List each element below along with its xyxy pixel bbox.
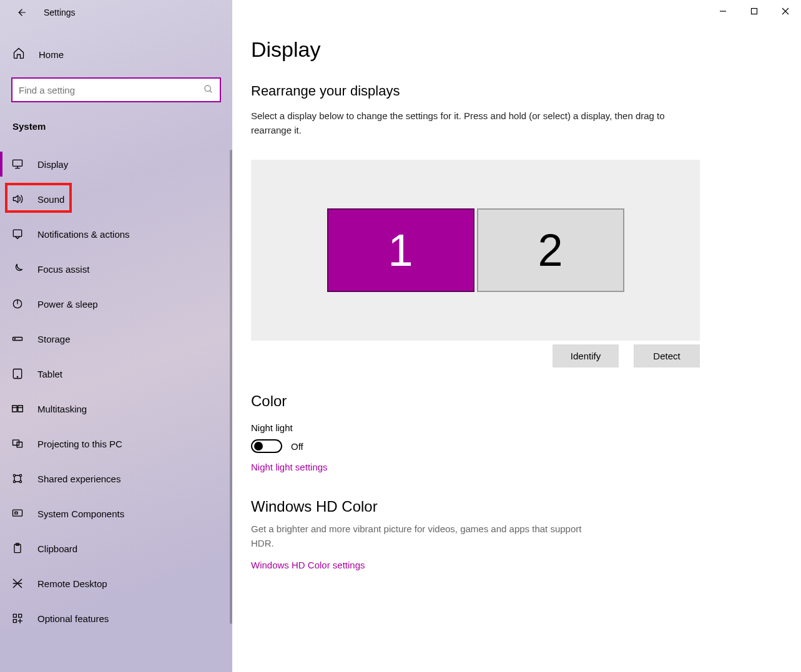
hdcolor-desc: Get a brighter and more vibrant picture … — [251, 522, 601, 551]
optional-icon — [11, 612, 24, 625]
identify-button[interactable]: Identify — [553, 344, 619, 368]
detect-button[interactable]: Detect — [634, 344, 700, 368]
sidebar-item-label: Clipboard — [37, 543, 77, 554]
sidebar-item-label: Shared experiences — [37, 474, 120, 484]
home-label: Home — [39, 49, 64, 60]
clipboard-icon — [11, 542, 24, 555]
sidebar-item-notify[interactable]: Notifications & actions — [0, 217, 232, 251]
color-heading: Color — [251, 392, 801, 410]
sidebar-item-label: System Components — [37, 509, 124, 519]
sidebar-item-label: Sound — [37, 194, 64, 205]
svg-rect-2 — [13, 230, 21, 236]
svg-rect-21 — [19, 614, 22, 617]
app-title: Settings — [44, 7, 76, 17]
sidebar-item-tablet[interactable]: Tablet — [0, 356, 232, 391]
rearrange-desc: Select a display below to change the set… — [251, 109, 707, 137]
display-box-2[interactable]: 2 — [477, 208, 624, 292]
sound-icon — [11, 193, 24, 205]
sidebar-item-clipboard[interactable]: Clipboard — [0, 531, 232, 566]
maximize-button[interactable] — [739, 0, 770, 22]
display-box-1[interactable]: 1 — [327, 208, 474, 292]
search-box[interactable] — [11, 77, 221, 102]
remote-icon — [11, 577, 24, 590]
back-button[interactable] — [15, 6, 27, 19]
nightlight-settings-link[interactable]: Night light settings — [251, 462, 328, 472]
svg-rect-9 — [18, 406, 23, 412]
search-input[interactable] — [19, 85, 204, 95]
sidebar-category: System — [0, 102, 232, 139]
svg-rect-22 — [13, 620, 16, 623]
search-icon — [204, 84, 214, 96]
sidebar-item-label: Power & sleep — [37, 299, 98, 309]
sidebar-item-display[interactable]: Display — [0, 147, 232, 182]
title-bar: Settings — [0, 0, 232, 25]
window-controls — [707, 0, 801, 22]
sidebar-item-label: Notifications & actions — [37, 229, 130, 240]
sidebar-item-label: Projecting to this PC — [37, 439, 122, 449]
page-title: Display — [251, 37, 801, 62]
close-button[interactable] — [770, 0, 801, 22]
project-icon — [11, 437, 24, 450]
svg-point-7 — [17, 376, 17, 377]
sidebar-nav: DisplaySoundNotifications & actionsFocus… — [0, 147, 232, 636]
moon-icon — [11, 263, 24, 275]
nightlight-toggle-row: Off — [251, 439, 801, 453]
tablet-icon — [11, 368, 24, 380]
nightlight-state: Off — [291, 441, 303, 452]
sidebar-item-label: Remote Desktop — [37, 578, 107, 589]
svg-point-0 — [205, 85, 210, 91]
sidebar-item-sound[interactable]: Sound — [0, 182, 232, 217]
sidebar-item-moon[interactable]: Focus assist — [0, 251, 232, 286]
nightlight-label: Night light — [251, 422, 801, 433]
svg-rect-20 — [13, 614, 16, 617]
display-icon — [11, 158, 24, 170]
display-buttons: Identify Detect — [251, 344, 700, 368]
hdcolor-heading: Windows HD Color — [251, 498, 801, 515]
sidebar-item-optional[interactable]: Optional features — [0, 601, 232, 636]
sidebar-item-power[interactable]: Power & sleep — [0, 286, 232, 321]
sidebar-item-label: Display — [37, 159, 68, 170]
home-icon — [12, 47, 25, 62]
hdcolor-settings-link[interactable]: Windows HD Color settings — [251, 560, 365, 570]
notify-icon — [11, 228, 24, 240]
sidebar-home[interactable]: Home — [0, 25, 232, 66]
sidebar-item-project[interactable]: Projecting to this PC — [0, 426, 232, 461]
sidebar-item-label: Multitasking — [37, 404, 87, 414]
sidebar-item-label: Storage — [37, 334, 71, 344]
nightlight-toggle[interactable] — [251, 439, 282, 453]
svg-rect-1 — [13, 160, 22, 166]
svg-rect-8 — [12, 406, 17, 412]
storage-icon — [11, 333, 24, 345]
svg-rect-24 — [752, 9, 757, 14]
sidebar-item-remote[interactable]: Remote Desktop — [0, 566, 232, 601]
sidebar-item-storage[interactable]: Storage — [0, 321, 232, 356]
shared-icon — [11, 472, 24, 485]
svg-rect-11 — [17, 442, 22, 447]
multitask-icon — [11, 402, 24, 415]
power-icon — [11, 298, 24, 310]
rearrange-heading: Rearrange your displays — [251, 83, 801, 99]
components-icon — [11, 507, 24, 520]
minimize-button[interactable] — [707, 0, 739, 22]
sidebar-item-shared[interactable]: Shared experiences — [0, 461, 232, 496]
sidebar-item-multitask[interactable]: Multitasking — [0, 391, 232, 426]
svg-rect-10 — [13, 440, 19, 445]
sidebar-item-label: Optional features — [37, 613, 109, 624]
sidebar-item-label: Tablet — [37, 369, 62, 379]
svg-rect-17 — [15, 512, 17, 514]
main-panel: Display Rearrange your displays Select a… — [232, 0, 801, 672]
svg-point-5 — [14, 338, 15, 339]
display-arranger[interactable]: 1 2 — [251, 160, 700, 341]
sidebar-item-components[interactable]: System Components — [0, 496, 232, 531]
sidebar: Settings Home System DisplaySoundNotific… — [0, 0, 232, 672]
sidebar-item-label: Focus assist — [37, 264, 89, 275]
